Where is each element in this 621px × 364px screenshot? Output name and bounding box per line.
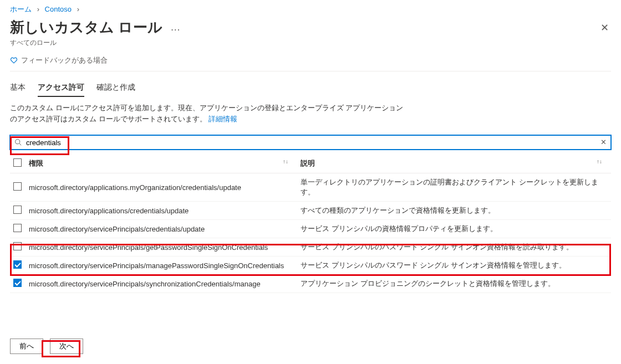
feedback-link[interactable]: フィードバックがある場合 [10, 55, 611, 65]
chevron-right-icon: › [77, 5, 79, 13]
row-checkbox[interactable] [13, 206, 22, 214]
description-cell: サービス プリンシパルの資格情報プロパティを更新します。 [297, 220, 611, 238]
clear-search-button[interactable]: ✕ [600, 138, 607, 146]
breadcrumb-org[interactable]: Contoso [45, 5, 72, 13]
tab-description: このカスタム ロールにアクセス許可を追加します。現在、アプリケーションの登録とエ… [10, 102, 409, 124]
description-cell: サービス プリンシパルのパスワード シングル サインオン資格情報を読み取ります。 [297, 238, 611, 257]
svg-point-0 [16, 140, 20, 144]
row-checkbox[interactable] [13, 182, 22, 191]
close-button[interactable]: ✕ [598, 20, 611, 35]
prev-button[interactable]: 前へ [10, 339, 43, 354]
tab-permissions[interactable]: アクセス許可 [38, 79, 84, 97]
tab-basics[interactable]: 基本 [10, 79, 26, 97]
permission-search-input[interactable] [10, 135, 611, 150]
table-row[interactable]: microsoft.directory/servicePrincipals/ma… [10, 257, 611, 275]
sort-icon: ↑↓ [597, 158, 602, 165]
permission-cell: microsoft.directory/servicePrincipals/cr… [26, 220, 297, 238]
permission-cell: microsoft.directory/servicePrincipals/ma… [26, 257, 297, 275]
permission-cell: microsoft.directory/servicePrincipals/ge… [26, 238, 297, 257]
column-description[interactable]: 説明 ↑↓ [297, 154, 611, 173]
breadcrumb-home[interactable]: ホーム [10, 5, 32, 13]
next-button[interactable]: 次へ [50, 339, 83, 354]
page-subtitle: すべてのロール [10, 38, 611, 48]
permissions-table: 権限 ↑↓ 説明 ↑↓ microsoft.directory/applicat… [10, 154, 611, 293]
permission-cell: microsoft.directory/applications/credent… [26, 202, 297, 220]
table-row[interactable]: microsoft.directory/servicePrincipals/cr… [10, 220, 611, 238]
feedback-label: フィードバックがある場合 [21, 55, 108, 65]
description-cell: アプリケーション プロビジョニングのシークレットと資格情報を管理します。 [297, 275, 611, 293]
table-row[interactable]: microsoft.directory/servicePrincipals/ge… [10, 238, 611, 257]
table-row[interactable]: microsoft.directory/applications.myOrgan… [10, 173, 611, 202]
row-checkbox[interactable] [13, 279, 22, 287]
permission-cell: microsoft.directory/servicePrincipals/sy… [26, 275, 297, 293]
description-cell: 単一ディレクトリのアプリケーションの証明書およびクライアント シークレットを更新… [297, 173, 611, 202]
tab-review[interactable]: 確認と作成 [96, 79, 135, 97]
description-cell: サービス プリンシパルのパスワード シングル サインオン資格情報を管理します。 [297, 257, 611, 275]
table-row[interactable]: microsoft.directory/applications/credent… [10, 202, 611, 220]
heart-icon [10, 57, 18, 64]
permission-cell: microsoft.directory/applications.myOrgan… [26, 173, 297, 202]
svg-line-1 [19, 143, 21, 145]
divider [10, 71, 611, 71]
select-all-checkbox[interactable] [13, 158, 22, 167]
description-cell: すべての種類のアプリケーションで資格情報を更新します。 [297, 202, 611, 220]
row-checkbox[interactable] [13, 260, 22, 269]
row-checkbox[interactable] [13, 242, 22, 250]
details-link[interactable]: 詳細情報 [208, 115, 237, 123]
tabs: 基本 アクセス許可 確認と作成 [10, 79, 611, 97]
more-actions-button[interactable]: … [170, 22, 180, 33]
page-title: 新しいカスタム ロール [10, 18, 162, 37]
sort-icon: ↑↓ [283, 158, 288, 165]
table-row[interactable]: microsoft.directory/servicePrincipals/sy… [10, 275, 611, 293]
chevron-right-icon: › [37, 5, 39, 13]
column-permission[interactable]: 権限 ↑↓ [26, 154, 297, 173]
row-checkbox[interactable] [13, 224, 22, 232]
search-icon [14, 139, 22, 147]
wizard-footer: 前へ 次へ [0, 333, 621, 364]
breadcrumb: ホーム › Contoso › [10, 0, 611, 17]
